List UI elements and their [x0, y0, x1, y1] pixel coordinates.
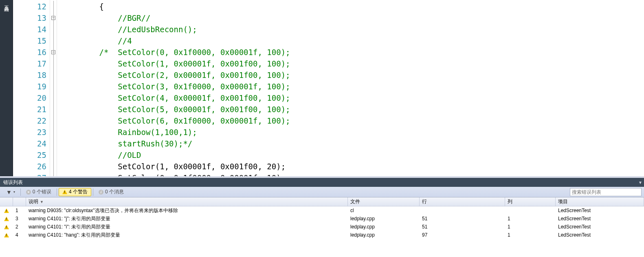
row-line: 51 — [420, 215, 505, 223]
sort-indicator-icon: ▼ — [40, 200, 44, 204]
messages-filter-button[interactable]: i 0 个消息 — [95, 188, 127, 196]
row-index: 4 — [13, 231, 26, 239]
code-line[interactable]: SetColor(6, 0x1f0000, 0x00001f, 100); — [62, 115, 644, 126]
separator — [93, 188, 93, 196]
info-icon: i — [99, 190, 103, 195]
row-file: ledplay.cpp — [348, 223, 420, 231]
warning-icon — [4, 225, 9, 229]
line-number: 16 — [13, 47, 46, 58]
col-file[interactable]: 文件 — [348, 197, 420, 206]
code-text-area[interactable]: { //BGR// //LedUsbReconn(); //4 /* SetCo… — [57, 0, 644, 176]
row-line: 51 — [420, 223, 505, 231]
row-desc: warning D9035: "clr:oldsyntax"选项已否决，并将在将… — [26, 206, 348, 215]
filter-button[interactable]: ▼ ▾ — [2, 188, 19, 196]
code-line[interactable]: SetColor(4, 0x00001f, 0x001f00, 100); — [62, 92, 644, 104]
panel-title-text: 错误列表 — [3, 179, 23, 186]
line-number: 20 — [13, 92, 46, 104]
col-desc[interactable]: 说明▼ — [26, 197, 348, 206]
table-header[interactable]: 说明▼ 文件 行 列 项目 — [0, 197, 644, 206]
code-line[interactable]: SetColor(3, 0x1f0000, 0x00001f, 100); — [62, 81, 644, 92]
row-index: 3 — [13, 215, 26, 223]
line-number: 19 — [13, 81, 46, 92]
code-line[interactable]: { — [62, 1, 644, 12]
code-line[interactable]: SetColor(2, 0x00001f, 0x001f00, 100); — [62, 69, 644, 81]
code-line[interactable]: SetColor(1, 0x00001f, 0x001f00, 100); — [62, 58, 644, 69]
messages-count-label: 0 个消息 — [105, 188, 124, 195]
panel-dropdown-icon[interactable]: ▼ — [638, 180, 642, 185]
errors-filter-button[interactable]: × 0 个错误 — [22, 188, 55, 196]
table-row[interactable]: 3warning C4101: "j": 未引用的局部变量ledplay.cpp… — [0, 215, 644, 223]
line-number: 21 — [13, 104, 46, 115]
line-number: 13 — [13, 12, 46, 24]
code-line[interactable]: //4 — [62, 35, 644, 47]
table-row[interactable]: 2warning C4101: "i": 未引用的局部变量ledplay.cpp… — [0, 223, 644, 231]
line-number: 12 — [13, 1, 46, 12]
toolbox-tab[interactable]: 工具箱 — [0, 0, 13, 176]
row-icon-cell — [0, 215, 13, 223]
warning-icon — [4, 208, 9, 213]
row-project: LedScreenTest — [556, 231, 644, 239]
fold-column[interactable]: −− — [50, 0, 57, 176]
warning-icon — [62, 190, 67, 194]
row-icon-cell — [0, 206, 13, 215]
error-list-toolbar: ▼ ▾ × 0 个错误 4 个警告 i 0 个消息 — [0, 187, 644, 197]
line-number: 23 — [13, 126, 46, 138]
row-project: LedScreenTest — [556, 223, 644, 231]
line-number-gutter: 12131415161718192021222324252627 — [13, 0, 50, 176]
code-editor[interactable]: 12131415161718192021222324252627 −− { //… — [13, 0, 644, 176]
error-icon: × — [26, 190, 31, 195]
row-file: ledplay.cpp — [348, 215, 420, 223]
col-icon[interactable] — [0, 197, 13, 206]
col-index[interactable] — [13, 197, 26, 206]
line-number: 18 — [13, 69, 46, 81]
row-line — [420, 206, 505, 215]
row-col: 1 — [505, 231, 556, 239]
line-number: 26 — [13, 161, 46, 172]
error-list-panel: 错误列表 ▼ ▼ ▾ × 0 个错误 4 个警告 i 0 个消息 说明▼ 文件 — [0, 176, 644, 257]
line-number: 15 — [13, 35, 46, 47]
row-col — [505, 206, 556, 215]
toolbox-label: 工具箱 — [3, 0, 10, 6]
filter-icon: ▼ — [6, 189, 12, 195]
row-project: LedScreenTest — [556, 215, 644, 223]
warnings-filter-button[interactable]: 4 个警告 — [59, 188, 91, 196]
code-line[interactable]: //BGR// — [62, 12, 644, 24]
row-file: cl — [348, 206, 420, 215]
separator — [20, 188, 21, 196]
warning-icon — [4, 233, 9, 237]
line-number: 24 — [13, 138, 46, 149]
row-icon-cell — [0, 223, 13, 231]
row-project: LedScreenTest — [556, 206, 644, 215]
error-list-table: 说明▼ 文件 行 列 项目 1warning D9035: "clr:oldsy… — [0, 197, 644, 257]
row-line: 97 — [420, 231, 505, 239]
row-col: 1 — [505, 215, 556, 223]
table-row[interactable]: 4warning C4101: "hang": 未引用的局部变量ledplay.… — [0, 231, 644, 239]
col-project[interactable]: 项目 — [556, 197, 644, 206]
row-desc: warning C4101: "hang": 未引用的局部变量 — [26, 231, 348, 239]
warnings-count-label: 4 个警告 — [69, 188, 88, 195]
code-line[interactable]: //LedUsbReconn(); — [62, 24, 644, 35]
row-icon-cell — [0, 231, 13, 239]
table-row[interactable]: 1warning D9035: "clr:oldsyntax"选项已否决，并将在… — [0, 206, 644, 215]
editor-area: 工具箱 12131415161718192021222324252627 −− … — [0, 0, 644, 176]
line-number: 25 — [13, 149, 46, 161]
code-line[interactable]: Rainbow(1,100,1); — [62, 126, 644, 138]
code-line[interactable]: //OLD — [62, 149, 644, 161]
line-number: 14 — [13, 24, 46, 35]
chevron-down-icon: ▾ — [13, 190, 15, 194]
line-number: 22 — [13, 115, 46, 126]
row-col: 1 — [505, 223, 556, 231]
error-list-titlebar[interactable]: 错误列表 ▼ — [0, 178, 644, 187]
code-line[interactable]: SetColor(0, 0x1f0000, 0x00001f, 10); — [62, 172, 644, 176]
code-line[interactable]: /* SetColor(0, 0x1f0000, 0x00001f, 100); — [62, 47, 644, 58]
col-line[interactable]: 行 — [420, 197, 505, 206]
search-input[interactable] — [570, 188, 642, 196]
row-file: ledplay.cpp — [348, 231, 420, 239]
line-number: 27 — [13, 172, 46, 176]
col-col[interactable]: 列 — [505, 197, 556, 206]
code-line[interactable]: SetColor(1, 0x00001f, 0x001f00, 20); — [62, 161, 644, 172]
row-index: 2 — [13, 223, 26, 231]
code-line[interactable]: SetColor(5, 0x00001f, 0x001f00, 100); — [62, 104, 644, 115]
code-line[interactable]: startRush(30);*/ — [62, 138, 644, 149]
row-index: 1 — [13, 206, 26, 215]
